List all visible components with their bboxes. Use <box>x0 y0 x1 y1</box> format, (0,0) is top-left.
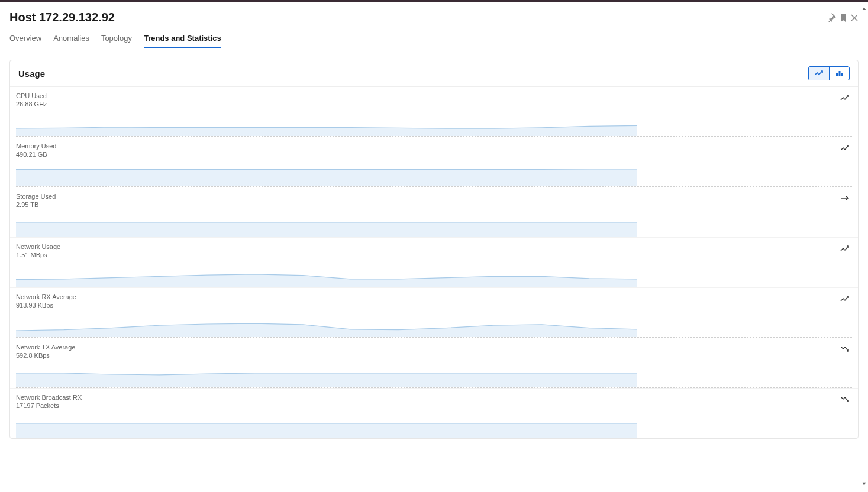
metric-label: Network TX Average <box>16 342 852 351</box>
svg-rect-2 <box>841 73 843 76</box>
metric-value: 490.21 GB <box>16 150 852 158</box>
metric-row[interactable]: Network TX Average 592.8 KBps <box>10 338 858 388</box>
view-toggle-group <box>808 66 850 80</box>
detail-tabs: OverviewAnomaliesTopologyTrends and Stat… <box>9 30 859 49</box>
svg-rect-0 <box>836 73 838 76</box>
tab-anomalies[interactable]: Anomalies <box>53 30 89 48</box>
metric-value: 592.8 KBps <box>16 351 852 360</box>
usage-panel: Usage CPU Used 26.88 GHz Memory Used 490… <box>9 60 859 439</box>
metric-label: Network Usage <box>16 241 852 251</box>
usage-panel-title: Usage <box>18 69 45 79</box>
tab-topology[interactable]: Topology <box>101 30 132 48</box>
tab-trends-and-statistics[interactable]: Trends and Statistics <box>144 30 221 48</box>
svg-rect-1 <box>838 71 840 76</box>
metric-sparkline <box>16 211 852 237</box>
metric-row[interactable]: Storage Used 2.95 TB <box>10 187 858 237</box>
metric-value: 2.95 TB <box>16 200 852 209</box>
usage-panel-header: Usage <box>10 60 858 87</box>
scroll-up-arrow[interactable]: ▲ <box>861 6 866 11</box>
metric-value: 913.93 KBps <box>16 301 852 309</box>
page-title: Host 172.29.132.92 <box>9 11 115 24</box>
metric-row[interactable]: Network Usage 1.51 MBps <box>10 237 858 287</box>
metric-row[interactable]: Network RX Average 913.93 KBps <box>10 287 858 338</box>
close-icon[interactable] <box>850 14 859 22</box>
barchart-view-button[interactable] <box>829 67 849 80</box>
host-detail-page: Host 172.29.132.92 OverviewAnomaliesTopo… <box>0 2 868 492</box>
metric-sparkline <box>16 412 852 438</box>
metric-sparkline <box>16 161 852 187</box>
metric-row[interactable]: CPU Used 26.88 GHz <box>10 87 858 137</box>
trend-up-icon <box>840 143 850 154</box>
metric-sparkline <box>16 362 852 388</box>
metric-label: Network Broadcast RX <box>16 392 852 402</box>
scroll-down-arrow[interactable]: ▼ <box>861 481 866 486</box>
metric-sparkline <box>16 111 852 137</box>
metric-row[interactable]: Network Broadcast RX 17197 Packets <box>10 388 858 438</box>
metric-value: 17197 Packets <box>16 402 852 410</box>
metric-value: 26.88 GHz <box>16 100 852 108</box>
metric-value: 1.51 MBps <box>16 251 852 259</box>
metric-row[interactable]: Memory Used 490.21 GB <box>10 137 858 187</box>
header-actions <box>827 13 859 22</box>
trend-up-icon <box>840 294 850 305</box>
trend-down-icon <box>840 394 850 405</box>
trendline-view-button[interactable] <box>809 67 829 80</box>
pin-icon[interactable] <box>827 13 836 22</box>
metric-sparkline <box>16 261 852 287</box>
trend-down-icon <box>840 344 850 355</box>
metric-label: Storage Used <box>16 191 852 200</box>
trend-up-icon <box>840 244 850 254</box>
trend-up-icon <box>840 93 850 103</box>
page-header: Host 172.29.132.92 <box>9 11 859 24</box>
metric-label: Memory Used <box>16 141 852 150</box>
metric-label: Network RX Average <box>16 292 852 301</box>
trend-flat-icon <box>840 193 850 204</box>
metrics-list: CPU Used 26.88 GHz Memory Used 490.21 GB… <box>10 87 858 438</box>
bookmark-icon[interactable] <box>838 13 848 22</box>
tab-overview[interactable]: Overview <box>9 30 41 48</box>
metric-label: CPU Used <box>16 90 852 100</box>
metric-sparkline <box>16 312 852 338</box>
vertical-scrollbar[interactable]: ▲ ▼ <box>861 6 866 486</box>
